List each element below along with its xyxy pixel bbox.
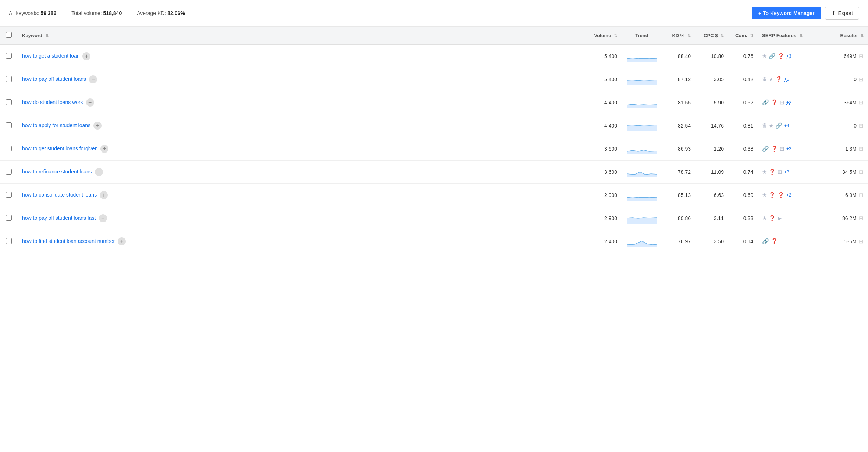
svg-marker-8 [627,241,657,247]
serp-more-link[interactable]: +4 [784,123,789,128]
serp-more-link[interactable]: +2 [786,146,791,151]
com-cell: 0.14 [728,230,758,253]
keyword-manager-label: + To Keyword Manager [758,10,815,16]
export-icon: ⬆ [831,10,836,17]
results-cell: 364M⊟ [824,91,868,114]
serp-filter-icon[interactable]: ⇅ [799,33,803,38]
keyword-link[interactable]: how to refinance student loans [22,168,92,176]
trend-cell [622,91,662,114]
results-value: 86.2M [842,215,857,221]
trend-cell [622,137,662,161]
com-cell: 0.52 [728,91,758,114]
serp-more-link[interactable]: +3 [786,54,791,59]
top-bar-stats: All keywords: 59,386 Total volume: 518,8… [9,10,743,17]
serp-feature-icon: ❓ [771,146,778,152]
results-cell: 1.3M⊟ [824,137,868,161]
keyword-link[interactable]: how to get a student loan [22,53,79,60]
kd-cell: 88.40 [662,44,695,68]
results-doc-icon: ⊟ [859,169,864,175]
header-keyword[interactable]: Keyword ⇅ [18,27,581,44]
keyword-cell: how to find student loan account number … [18,230,581,253]
serp-more-link[interactable]: +3 [784,169,789,175]
cpc-cell: 3.05 [695,68,728,91]
volume-cell: 4,400 [581,91,622,114]
trend-cell [622,161,662,184]
keyword-link[interactable]: how to pay off student loans fast [22,215,96,222]
add-keyword-button[interactable]: + [100,145,108,153]
header-cpc[interactable]: CPC $ ⇅ [695,27,728,44]
serp-feature-icon: ▶ [778,215,782,222]
row-checkbox[interactable] [6,76,12,82]
results-cell: 0⊟ [824,68,868,91]
row-checkbox[interactable] [6,122,12,128]
cpc-filter-icon[interactable]: ⇅ [721,33,724,38]
row-checkbox-cell [0,91,18,114]
keyword-manager-button[interactable]: + To Keyword Manager [752,7,821,19]
add-keyword-button[interactable]: + [100,191,108,199]
serp-feature-icon: 🔗 [775,122,782,129]
row-checkbox[interactable] [6,99,12,105]
add-keyword-button[interactable]: + [89,75,97,83]
add-keyword-button[interactable]: + [118,237,126,245]
kd-filter-icon[interactable]: ⇅ [687,33,691,38]
serp-feature-icon: ⊞ [778,169,782,175]
all-keywords-label: All keywords: 59,386 [9,10,56,16]
keyword-cell: how to get a student loan + [18,44,581,68]
add-keyword-button[interactable]: + [99,214,107,222]
row-checkbox[interactable] [6,146,12,151]
results-value: 0 [854,76,857,82]
row-checkbox[interactable] [6,238,12,244]
com-cell: 0.38 [728,137,758,161]
keyword-link[interactable]: how to consolidate student loans [22,191,97,199]
com-cell: 0.76 [728,44,758,68]
export-button[interactable]: ⬆ Export [825,7,859,20]
volume-filter-icon[interactable]: ⇅ [614,33,617,38]
select-all-checkbox[interactable] [6,32,12,38]
serp-more-link[interactable]: +2 [786,100,791,105]
results-filter-icon[interactable]: ⇅ [860,33,864,38]
row-checkbox-cell [0,207,18,230]
keyword-cell: how to pay off student loans fast + [18,207,581,230]
trend-cell [622,44,662,68]
keyword-link[interactable]: how to pay off student loans [22,76,86,83]
header-checkbox-col [0,27,18,44]
serp-feature-icon: ★ [769,76,773,83]
cpc-cell: 11.09 [695,161,728,184]
volume-cell: 3,600 [581,137,622,161]
serp-cell: ★❓⊞+3 [758,161,824,184]
keyword-link[interactable]: how to apply for student loans [22,122,90,129]
all-keywords-text: All keywords: [9,10,39,16]
serp-more-link[interactable]: +5 [784,77,789,82]
keyword-link[interactable]: how do student loans work [22,99,83,106]
cpc-cell: 5.90 [695,91,728,114]
svg-marker-1 [627,80,657,85]
header-results[interactable]: Results ⇅ [824,27,868,44]
keyword-link[interactable]: how to find student loan account number [22,238,115,245]
header-com[interactable]: Com. ⇅ [728,27,758,44]
table-row: how to apply for student loans + 4,400 8… [0,114,868,137]
add-keyword-button[interactable]: + [93,122,102,130]
results-value: 34.5M [842,169,857,175]
keyword-filter-icon[interactable]: ⇅ [45,33,49,38]
header-serp[interactable]: SERP Features ⇅ [758,27,824,44]
row-checkbox[interactable] [6,53,12,59]
add-keyword-button[interactable]: + [95,168,103,176]
results-value: 1.3M [845,146,857,152]
cpc-cell: 14.76 [695,114,728,137]
header-volume[interactable]: Volume ⇅ [581,27,622,44]
keyword-link[interactable]: how to get student loans forgiven [22,145,97,153]
kd-cell: 86.93 [662,137,695,161]
row-checkbox[interactable] [6,169,12,175]
com-filter-icon[interactable]: ⇅ [750,33,753,38]
row-checkbox[interactable] [6,215,12,221]
com-cell: 0.69 [728,184,758,207]
header-trend: Trend [622,27,662,44]
header-kd[interactable]: KD % ⇅ [662,27,695,44]
serp-feature-icon: ★ [762,53,767,60]
results-value: 0 [854,123,857,129]
add-keyword-button[interactable]: + [86,98,94,107]
serp-more-link[interactable]: +2 [786,193,791,198]
add-keyword-button[interactable]: + [82,52,90,60]
keyword-cell: how to pay off student loans + [18,68,581,91]
row-checkbox[interactable] [6,192,12,198]
